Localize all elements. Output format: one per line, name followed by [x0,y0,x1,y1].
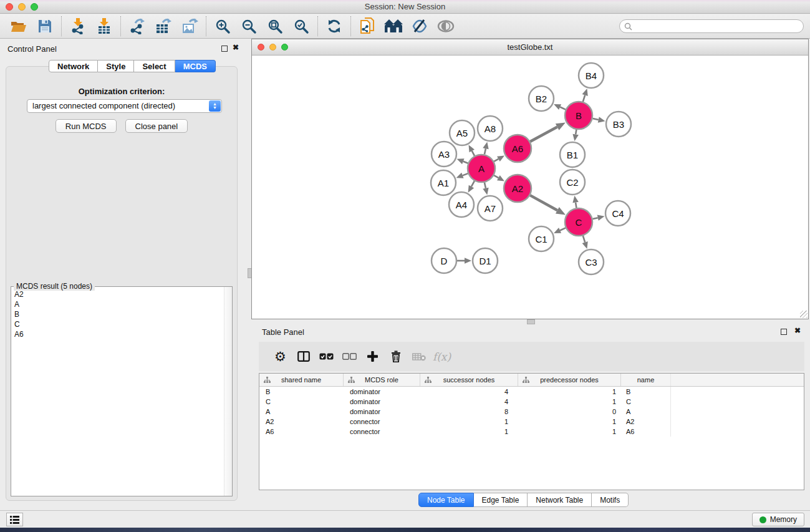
close-panel-button[interactable]: Close panel [125,119,188,133]
graph-node-A8[interactable]: A8 [478,116,503,141]
horizontal-splitter-handle[interactable] [527,319,535,324]
graph-node-A4[interactable]: A4 [449,192,474,217]
network-canvas[interactable]: AA1A2A3A4A5A6A7A8BB1B2B3B4CC1C2C3C4DD1 [252,56,808,319]
network-graph[interactable]: AA1A2A3A4A5A6A7A8BB1B2B3B4CC1C2C3C4DD1 [252,56,808,319]
mcds-result-item[interactable]: A [14,299,223,309]
save-session-icon[interactable] [34,17,55,36]
graph-node-B[interactable]: B [565,102,592,129]
graph-edge-A-A1[interactable] [463,173,468,175]
settings-gear-icon[interactable]: ⚙ [269,346,292,367]
graph-node-A6[interactable]: A6 [504,135,531,162]
graph-edge-B-B3[interactable] [592,118,598,120]
deselect-all-columns-icon[interactable] [338,346,361,367]
graph-edge-A-A8[interactable] [485,148,486,154]
zoom-fit-icon[interactable] [264,17,286,36]
graph-edge-A6-B[interactable] [530,127,557,142]
graph-edge-B-B4[interactable] [583,95,585,102]
graph-node-C1[interactable]: C1 [529,226,554,251]
tab-select[interactable]: Select [134,60,175,72]
column-header-successor-nodes[interactable]: successor nodes [420,374,518,386]
show-columns-icon[interactable] [292,346,315,367]
graph-edge-C-C2[interactable] [576,203,576,208]
table-row[interactable]: Cdominator41C [259,397,804,407]
graph-edge-C-C3[interactable] [583,236,585,243]
table-row[interactable]: Bdominator41B [259,387,804,397]
zoom-selected-icon[interactable] [291,17,312,36]
export-network-icon[interactable] [127,17,148,36]
tab-network[interactable]: Network [49,60,98,72]
memory-button[interactable]: Memory [752,513,804,526]
first-neighbors-icon[interactable] [383,17,404,36]
mcds-result-item[interactable]: A2 [14,289,223,299]
select-all-columns-icon[interactable] [315,346,338,367]
graph-node-A3[interactable]: A3 [432,142,456,167]
task-history-button[interactable] [6,513,23,526]
graph-node-A[interactable]: A [468,155,495,182]
graph-node-D1[interactable]: D1 [473,248,498,273]
tab-network-table[interactable]: Network Table [528,493,592,507]
tab-style[interactable]: Style [98,60,134,72]
result-list-scrollbar[interactable] [224,287,232,496]
graphics-details-icon[interactable] [409,17,430,36]
export-table-icon[interactable] [153,17,174,36]
graph-node-C3[interactable]: C3 [579,249,604,274]
import-network-icon[interactable] [67,17,89,36]
graph-node-A2[interactable]: A2 [504,175,531,202]
graph-edge-A-A6[interactable] [494,159,498,162]
export-image-icon[interactable] [179,17,200,36]
network-snapshot-icon[interactable] [357,17,378,36]
graph-edge-B-B1[interactable] [576,130,576,135]
graph-node-B2[interactable]: B2 [529,86,554,111]
graph-node-C4[interactable]: C4 [605,201,630,226]
window-resize-grip[interactable] [800,311,808,318]
delete-column-icon[interactable] [384,346,407,367]
graph-node-A1[interactable]: A1 [431,170,456,195]
mcds-result-item[interactable]: C [14,319,223,329]
graph-node-A7[interactable]: A7 [478,196,503,221]
close-panel-icon[interactable]: ✖ [233,43,239,52]
add-column-icon[interactable] [361,346,384,367]
column-header-predecessor-nodes[interactable]: predecessor nodes [518,374,621,386]
mcds-result-item[interactable]: A6 [14,329,223,339]
graph-edge-A-A7[interactable] [485,182,486,188]
criterion-dropdown[interactable]: largest connected component (directed) ▲… [27,99,222,113]
search-input[interactable] [635,21,803,32]
graph-edge-A-A5[interactable] [472,151,475,156]
graph-edge-A-A2[interactable] [494,175,498,178]
graph-edge-A-A4[interactable] [471,181,475,186]
graph-node-D[interactable]: D [432,248,456,273]
network-window-titlebar[interactable]: testGlobe.txt [252,39,808,56]
show-hide-eye-icon[interactable] [435,17,456,36]
column-header-name[interactable]: name [621,374,671,386]
graph-node-B1[interactable]: B1 [560,142,585,167]
table-float-panel-icon[interactable] [781,329,787,335]
float-panel-icon[interactable] [221,46,228,52]
graph-node-C[interactable]: C [565,208,592,236]
table-close-panel-icon[interactable]: ✖ [794,326,801,335]
tab-mcds[interactable]: MCDS [175,60,216,72]
graph-edge-C-C1[interactable] [560,228,566,230]
refresh-layout-icon[interactable] [324,17,345,36]
column-header-mcds-role[interactable]: MCDS role [344,374,420,386]
import-table-icon[interactable] [94,17,115,36]
graph-node-C2[interactable]: C2 [560,170,585,195]
graph-edge-B-B2[interactable] [560,107,566,110]
run-mcds-button[interactable]: Run MCDS [55,119,117,133]
open-session-icon[interactable] [8,17,29,36]
column-header-shared-name[interactable]: shared name [259,374,344,386]
graph-node-B3[interactable]: B3 [606,112,631,137]
mcds-result-item[interactable]: B [14,309,223,319]
graph-edge-A2-C[interactable] [530,195,557,210]
graph-node-A5[interactable]: A5 [450,120,475,145]
graph-edge-C-C4[interactable] [592,218,597,219]
table-row[interactable]: A6connector11A6 [259,427,804,437]
zoom-in-icon[interactable] [212,17,233,36]
tab-motifs[interactable]: Motifs [592,493,629,507]
toolbar-search[interactable] [619,19,804,33]
graph-node-B4[interactable]: B4 [579,63,604,88]
tab-node-table[interactable]: Node Table [418,493,474,507]
table-row[interactable]: A2connector11A2 [259,417,804,427]
table-row[interactable]: Adominator80A [259,407,804,417]
zoom-out-icon[interactable] [238,17,259,36]
graph-edge-A-A3[interactable] [463,162,468,163]
